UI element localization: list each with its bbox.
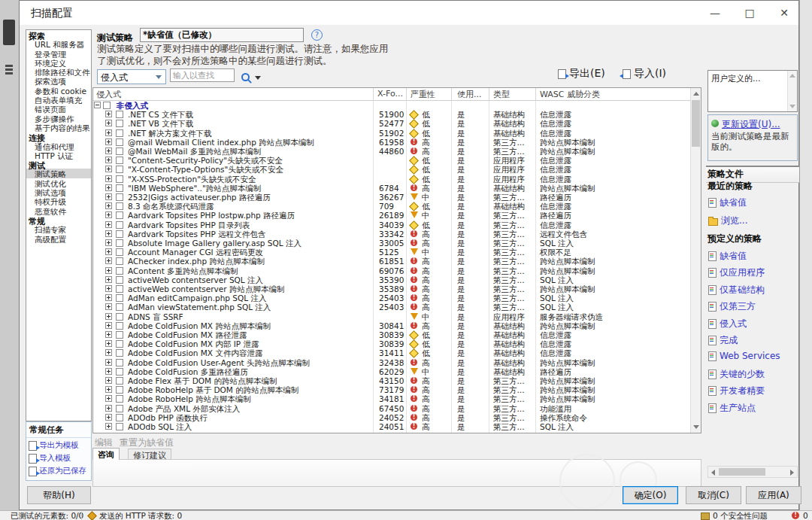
expand-icon[interactable] — [105, 267, 112, 274]
test-checkbox[interactable] — [116, 405, 123, 412]
table-group-row[interactable]: 非侵入式 — [93, 101, 691, 110]
test-checkbox[interactable] — [116, 147, 123, 155]
test-checkbox[interactable] — [116, 211, 123, 219]
column-header[interactable]: 侵入式 — [96, 89, 121, 100]
scroll-down-icon[interactable] — [789, 105, 795, 108]
test-checkbox[interactable] — [116, 267, 123, 275]
test-checkbox[interactable] — [116, 175, 123, 183]
table-row[interactable]: ADOdb SQL 注入24051高是第三方...SQL 注入 — [93, 422, 691, 431]
test-checkbox[interactable] — [116, 368, 123, 376]
sidebar-item[interactable]: 高级配置 — [26, 234, 91, 243]
policy-name-field[interactable] — [140, 28, 304, 42]
scrollbar-thumb[interactable] — [692, 100, 700, 147]
expand-icon[interactable] — [105, 184, 112, 191]
close-button[interactable]: ✕ — [767, 1, 801, 25]
table-row[interactable]: Absolute Image Gallery gallery.asp SQL 注… — [93, 239, 691, 248]
expand-icon[interactable] — [105, 377, 112, 384]
test-checkbox[interactable] — [116, 294, 123, 302]
expand-icon[interactable] — [105, 294, 112, 301]
expand-icon[interactable] — [105, 129, 112, 136]
column-header[interactable]: WASC 威胁分类 — [540, 89, 600, 100]
group-checkbox[interactable] — [103, 102, 111, 109]
expand-icon[interactable] — [105, 230, 112, 237]
test-checkbox[interactable] — [116, 359, 123, 366]
test-checkbox[interactable] — [116, 349, 123, 357]
expand-icon[interactable] — [105, 166, 112, 172]
sidebar-item[interactable]: 基于内容的结果 — [26, 123, 91, 132]
table-row[interactable]: AContent 多重跨站点脚本编制69076高是第三方...跨站点脚本编制 — [93, 266, 691, 275]
sidebar-item[interactable]: 多步骤操作 — [26, 114, 91, 123]
expand-icon[interactable] — [105, 395, 112, 402]
test-checkbox[interactable] — [116, 395, 123, 403]
import-button[interactable]: 导入(I) — [623, 67, 666, 81]
expand-icon[interactable] — [105, 359, 112, 366]
test-checkbox[interactable] — [116, 331, 123, 339]
test-checkbox[interactable] — [116, 193, 123, 201]
predefined-policy-link[interactable]: 完成 — [708, 334, 738, 347]
test-checkbox[interactable] — [116, 313, 123, 321]
right-panel-horizontal-scrollbar[interactable] — [707, 466, 798, 478]
table-row[interactable]: .NET VB 文件下载52477低是基础结构信息泄露 — [93, 119, 691, 128]
scroll-up-icon[interactable] — [789, 74, 795, 78]
sidebar-item[interactable]: 环境定义 — [26, 58, 91, 67]
test-checkbox[interactable] — [116, 276, 123, 284]
test-checkbox[interactable] — [116, 414, 123, 421]
table-row[interactable]: ADNS 盲 SSRF中是应用程序服务器端请求伪造 — [93, 312, 691, 321]
predefined-policy-link[interactable]: 仅应用程序 — [708, 266, 765, 279]
help-button[interactable]: 帮助(H) — [27, 486, 91, 504]
expand-icon[interactable] — [105, 202, 112, 209]
table-row[interactable]: .NET CS 文件下载51900低是基础结构信息泄露 — [93, 110, 691, 119]
search-icon[interactable] — [241, 73, 250, 81]
table-row[interactable]: Adobe ColdFusion MX 内部 IP 泄露30839低是基础结构信… — [93, 339, 691, 348]
help-icon[interactable] — [311, 29, 323, 41]
expand-icon[interactable] — [105, 211, 112, 218]
sidebar-item[interactable]: 登录管理 — [26, 49, 91, 58]
predefined-policy-link[interactable]: Web Services — [708, 351, 780, 361]
test-checkbox[interactable] — [116, 423, 123, 430]
test-checkbox[interactable] — [116, 111, 123, 118]
expand-icon[interactable] — [105, 147, 112, 154]
search-options-caret-icon[interactable] — [255, 76, 261, 80]
table-row[interactable]: Account Manager CGI 远程密码更改5125中是第三方...权限… — [93, 248, 691, 257]
expand-icon[interactable] — [105, 285, 112, 292]
expand-icon[interactable] — [105, 331, 112, 338]
expand-icon[interactable] — [105, 313, 112, 320]
test-checkbox[interactable] — [116, 184, 123, 192]
cancel-button[interactable]: 取消(C) — [686, 486, 741, 504]
expand-icon[interactable] — [105, 276, 112, 283]
test-checkbox[interactable] — [116, 120, 123, 127]
table-row[interactable]: AdMan viewStatement.php SQL 注入25403高是第三方… — [93, 303, 691, 312]
expand-icon[interactable] — [105, 405, 112, 412]
sidebar-item[interactable]: 恶意软件 — [26, 206, 91, 215]
table-row[interactable]: .NET 解决方案文件下载51902低是基础结构信息泄露 — [93, 129, 691, 138]
table-row[interactable]: activeWeb contentserver 跨站点脚本编制35389高是第三… — [93, 284, 691, 293]
test-checkbox[interactable] — [116, 285, 123, 293]
table-row[interactable]: Adobe ColdFusion MX 文件内容泄露31411低是基础结构信息泄… — [93, 348, 691, 357]
table-row[interactable]: "X-Content-Type-Options"头缺失或不安全低是应用程序信息泄… — [93, 165, 691, 174]
column-header[interactable]: X-Fo... — [377, 89, 403, 99]
expand-icon[interactable] — [105, 175, 112, 182]
test-checkbox[interactable] — [116, 239, 123, 247]
update-settings-link[interactable]: 更新设置(U)... — [722, 118, 780, 131]
export-button[interactable]: 导出(E) — [558, 67, 605, 81]
table-vertical-scrollbar[interactable] — [690, 88, 701, 433]
table-row[interactable]: @mail Webmail Client index.php 跨站点脚本编制61… — [93, 138, 691, 147]
test-checkbox[interactable] — [116, 303, 123, 311]
sidebar-item[interactable]: 错误页面 — [26, 104, 91, 113]
expand-icon[interactable] — [105, 111, 112, 117]
user-defined-box[interactable]: 用户定义的... — [707, 70, 798, 112]
table-row[interactable]: @Mail WebMail 多重跨站点脚本编制44860高是第三方...跨站点脚… — [93, 147, 691, 156]
scroll-right-icon[interactable] — [790, 470, 794, 476]
sidebar-item[interactable]: 通信和代理 — [26, 141, 91, 151]
common-task-link[interactable]: 导入模板 — [26, 451, 91, 464]
sidebar-item[interactable]: 自动表单填充 — [26, 95, 91, 104]
table-row[interactable]: "X-XSS-Protection"头缺失或不安全低是应用程序信息泄露 — [93, 175, 691, 184]
table-row[interactable]: Adobe Flex 基于 DOM 的跨站点脚本编制43150高是第三方...跨… — [93, 376, 691, 385]
expand-icon[interactable] — [105, 349, 112, 356]
expand-icon[interactable] — [105, 423, 112, 430]
expand-icon[interactable] — [105, 193, 112, 200]
expand-icon[interactable] — [105, 221, 112, 228]
expand-icon[interactable] — [105, 340, 112, 347]
common-task-link[interactable]: 还原为已保存 — [26, 464, 91, 476]
user-box-scrollbar[interactable] — [787, 71, 797, 111]
